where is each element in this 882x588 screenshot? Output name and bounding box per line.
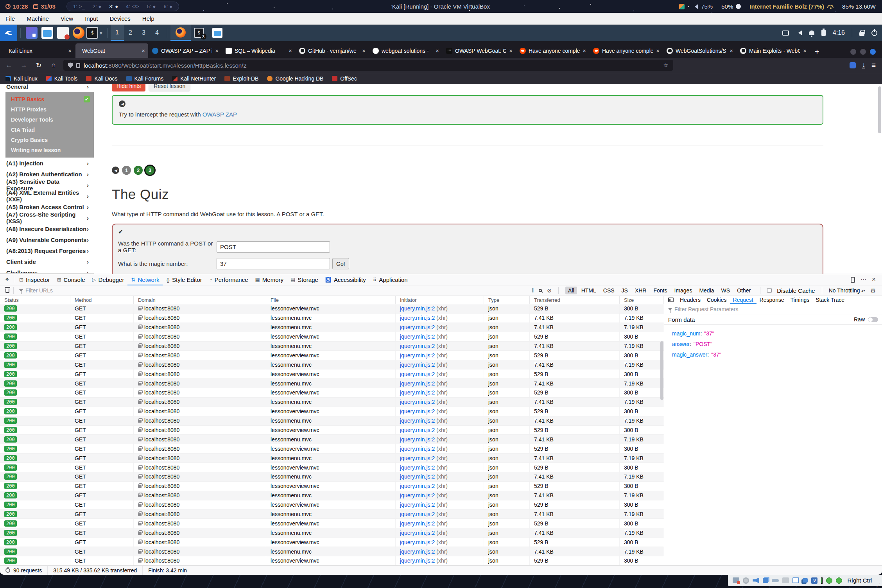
initiator-link[interactable]: jquery.min.js:2 — [400, 549, 435, 555]
details-tab[interactable]: Stack Trace — [812, 296, 848, 304]
column-header-transferred[interactable]: Transferred — [530, 296, 620, 304]
tracking-shield-icon[interactable] — [68, 63, 73, 68]
type-filter-button[interactable]: CSS — [601, 287, 617, 294]
request-row[interactable]: 200 GET localhost:8080 lessonmenu.mvc jq… — [0, 547, 664, 556]
request-row[interactable]: 200 GET localhost:8080 lessonmenu.mvc jq… — [0, 510, 664, 519]
pagination-page-button[interactable]: 2 — [134, 166, 143, 175]
details-tab[interactable]: Cookies — [704, 296, 730, 304]
forward-button[interactable]: → — [19, 61, 29, 69]
optical-drive-icon[interactable] — [743, 577, 749, 584]
sidebar-category-item[interactable]: (A9) Vulnerable Components › — [0, 234, 94, 245]
owasp-zap-link[interactable]: OWASP ZAP — [203, 111, 237, 118]
kali-workspace-button[interactable]: 1 — [111, 25, 124, 41]
bookmark-item[interactable]: OffSec — [332, 75, 357, 82]
host-workspace-item[interactable]: 6: ● — [163, 4, 172, 9]
tab-close-icon[interactable]: × — [803, 47, 807, 54]
request-row[interactable]: 200 GET localhost:8080 lessonoverview.mv… — [0, 369, 664, 379]
settings-app-icon[interactable] — [26, 27, 38, 39]
request-list-scrollbar[interactable] — [660, 341, 663, 400]
initiator-link[interactable]: jquery.min.js:2 — [400, 558, 435, 564]
raw-toggle-switch[interactable] — [868, 317, 878, 322]
disable-cache-checkbox[interactable] — [767, 288, 772, 293]
disable-cache-label[interactable]: Disable Cache — [777, 287, 815, 294]
home-button[interactable]: ⌂ — [48, 61, 59, 69]
initiator-link[interactable]: jquery.min.js:2 — [400, 446, 435, 452]
go-button[interactable]: Go! — [332, 258, 349, 269]
recording-icon[interactable] — [803, 578, 808, 583]
url-text[interactable]: localhost:8080/WebGoat/start.mvc#lesson/… — [84, 62, 247, 69]
filter-request-parameters-input[interactable] — [674, 306, 792, 312]
initiator-link[interactable]: jquery.min.js:2 — [400, 352, 435, 359]
host-workspace-item[interactable]: 5: ● — [147, 4, 156, 9]
request-row[interactable]: 200 GET localhost:8080 lessonoverview.mv… — [0, 519, 664, 528]
keyboard-layout-icon[interactable] — [679, 4, 685, 9]
details-tab[interactable]: Response — [757, 296, 787, 304]
pagination-page-button[interactable]: 3 — [145, 166, 154, 175]
kali-workspace-button[interactable]: 2 — [124, 25, 137, 41]
search-icon[interactable] — [539, 289, 542, 292]
sidebar-category-item[interactable]: (A1) Injection › — [0, 158, 94, 169]
request-row[interactable]: 200 GET localhost:8080 lessonoverview.mv… — [0, 304, 664, 314]
devtools-tab[interactable]: ⇅ Network — [127, 274, 163, 285]
kali-app-menu-button[interactable] — [0, 25, 17, 41]
sidebar-category-item[interactable]: (A2) Broken Authentication › — [0, 169, 94, 179]
browser-tab[interactable]: WebGoat × — [75, 43, 148, 58]
request-row[interactable]: 200 GET localhost:8080 lessonoverview.mv… — [0, 463, 664, 472]
vbox-menu-item[interactable]: View — [61, 15, 73, 22]
bookmark-item[interactable]: Kali Linux — [5, 75, 38, 82]
host-volume[interactable]: 75% — [693, 3, 713, 10]
initiator-link[interactable]: jquery.min.js:2 — [400, 427, 435, 433]
filter-urls-input[interactable] — [25, 287, 143, 294]
file-manager-icon[interactable] — [41, 27, 53, 39]
type-filter-button[interactable]: Other — [734, 287, 753, 294]
initiator-link[interactable]: jquery.min.js:2 — [400, 483, 435, 489]
column-header-type[interactable]: Type — [484, 296, 530, 304]
host-workspace-item[interactable]: 4: </> — [126, 4, 139, 9]
tab-close-icon[interactable]: × — [509, 47, 513, 54]
window-restore-button[interactable] — [860, 49, 866, 55]
request-row[interactable]: 200 GET localhost:8080 lessonoverview.mv… — [0, 332, 664, 342]
sidebar-lesson-item[interactable]: Writing new lesson ✓ — [5, 145, 94, 155]
request-row[interactable]: 200 GET localhost:8080 lessonmenu.mvc jq… — [0, 379, 664, 388]
column-header-initiator[interactable]: Initiator — [396, 296, 484, 304]
initiator-link[interactable]: jquery.min.js:2 — [400, 539, 435, 545]
initiator-link[interactable]: jquery.min.js:2 — [400, 418, 435, 424]
tab-close-icon[interactable]: × — [436, 47, 439, 54]
terminal-launcher-icon[interactable]: $ — [86, 27, 98, 39]
request-row[interactable]: 200 GET localhost:8080 lessonoverview.mv… — [0, 482, 664, 491]
sidebar-category-item[interactable]: (A8) Insecure Deserialization › — [0, 223, 94, 234]
form-data-param[interactable]: magic_answer : "37" — [672, 349, 882, 360]
devtools-tab[interactable]: ◔ Performance — [206, 274, 252, 285]
devtools-tab[interactable]: ⠿ Application — [369, 274, 411, 285]
tray-notifications-icon[interactable] — [809, 30, 814, 35]
initiator-link[interactable]: jquery.min.js:2 — [400, 502, 435, 508]
request-row[interactable]: 200 GET localhost:8080 lessonoverview.mv… — [0, 407, 664, 416]
initiator-link[interactable]: jquery.min.js:2 — [400, 389, 435, 396]
devtools-close-icon[interactable]: × — [872, 276, 876, 283]
http-command-input[interactable] — [217, 241, 330, 253]
browser-tab[interactable]: WebGoatSolutions/S × — [663, 43, 736, 58]
devtools-tab[interactable]: ▷ Debugger — [89, 274, 128, 285]
browser-tab[interactable]: GitHub - vernjan/we × — [296, 43, 369, 58]
initiator-link[interactable]: jquery.min.js:2 — [400, 492, 435, 498]
request-row[interactable]: 200 GET localhost:8080 lessonmenu.mvc jq… — [0, 342, 664, 351]
host-workspace-item[interactable]: 2: ● — [93, 4, 102, 9]
column-header-domain[interactable]: Domain — [134, 296, 266, 304]
keyboard-capture-icon[interactable] — [836, 577, 842, 584]
request-row[interactable]: 200 GET localhost:8080 lessonmenu.mvc jq… — [0, 360, 664, 369]
request-row[interactable]: 200 GET localhost:8080 lessonoverview.mv… — [0, 500, 664, 510]
page-scrollbar[interactable] — [878, 86, 881, 133]
power-icon[interactable] — [871, 30, 877, 36]
devtools-tab[interactable]: ⊞ Console — [54, 274, 89, 285]
hdd-activity-icon[interactable] — [733, 577, 739, 583]
request-row[interactable]: 200 GET localhost:8080 lessonoverview.mv… — [0, 444, 664, 454]
vbox-menu-item[interactable]: File — [5, 15, 15, 22]
extension-icon[interactable] — [850, 62, 856, 68]
app-menu-icon[interactable]: ≡ — [871, 61, 876, 70]
bookmark-star-icon[interactable]: ☆ — [663, 62, 669, 69]
initiator-link[interactable]: jquery.min.js:2 — [400, 362, 435, 368]
firefox-launcher-icon[interactable] — [73, 27, 84, 39]
initiator-link[interactable]: jquery.min.js:2 — [400, 530, 435, 536]
browser-tab[interactable]: OWASP ZAP – ZAP i × — [149, 43, 222, 58]
kali-workspace-button[interactable]: 4 — [151, 25, 164, 41]
